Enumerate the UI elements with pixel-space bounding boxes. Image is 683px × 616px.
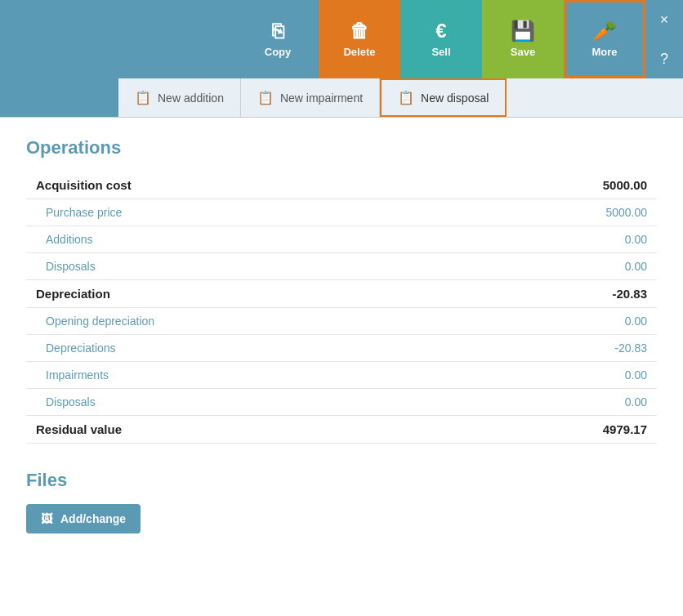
save-button[interactable]: 💾 Save (482, 0, 564, 78)
row-value: 0.00 (436, 253, 657, 280)
toolbar: ⎘ Copy 🗑 Delete € Sell 💾 Save 🥕 More × ? (0, 0, 683, 78)
more-label: More (591, 46, 617, 58)
row-label: Disposals (26, 389, 436, 416)
help-icon: ? (660, 51, 668, 68)
table-row: Depreciations-20.83 (26, 335, 657, 362)
close-icon: × (660, 11, 669, 29)
more-icon: 🥕 (592, 21, 617, 41)
sell-button[interactable]: € Sell (400, 0, 482, 78)
operations-table: Acquisition cost5000.00Purchase price500… (26, 172, 657, 444)
save-icon: 💾 (511, 21, 535, 41)
action-bar: 📋 New addition 📋 New impairment 📋 New di… (0, 78, 683, 118)
main-content: Operations Acquisition cost5000.00Purcha… (0, 118, 683, 553)
new-impairment-button[interactable]: 📋 New impairment (241, 78, 380, 117)
new-disposal-label: New disposal (421, 92, 489, 105)
row-label: Disposals (26, 253, 436, 280)
row-label: Depreciation (26, 280, 436, 308)
row-value: -20.83 (436, 335, 657, 362)
add-change-button[interactable]: 🖼 Add/change (26, 504, 141, 533)
row-label: Opening depreciation (26, 308, 436, 335)
delete-label: Delete (343, 46, 375, 58)
action-bar-spacer (0, 78, 118, 117)
row-label: Depreciations (26, 335, 436, 362)
table-row: Opening depreciation0.00 (26, 308, 657, 335)
table-row: Disposals0.00 (26, 389, 657, 416)
add-change-label: Add/change (60, 512, 126, 525)
close-button[interactable]: × (645, 0, 683, 39)
help-button[interactable]: ? (645, 39, 683, 78)
files-title: Files (26, 470, 657, 491)
row-value: 0.00 (436, 389, 657, 416)
more-button[interactable]: 🥕 More (564, 0, 645, 78)
row-label: Additions (26, 226, 436, 253)
row-value: -20.83 (436, 280, 657, 308)
operations-section: Operations Acquisition cost5000.00Purcha… (26, 137, 657, 444)
add-change-icon: 🖼 (41, 512, 52, 525)
delete-icon: 🗑 (350, 21, 369, 41)
row-label: Residual value (26, 416, 436, 444)
sell-label: Sell (431, 46, 450, 58)
row-value: 0.00 (436, 308, 657, 335)
table-row: Residual value4979.17 (26, 416, 657, 444)
table-row: Impairments0.00 (26, 362, 657, 389)
row-label: Impairments (26, 362, 436, 389)
row-label: Acquisition cost (26, 172, 436, 199)
copy-label: Copy (265, 46, 292, 58)
table-row: Additions0.00 (26, 226, 657, 253)
table-row: Purchase price5000.00 (26, 199, 657, 226)
toolbar-spacer (0, 0, 237, 78)
row-value: 5000.00 (436, 172, 657, 199)
new-addition-icon: 📋 (135, 90, 151, 105)
copy-icon: ⎘ (272, 21, 283, 41)
toolbar-side: × ? (645, 0, 683, 78)
row-label: Purchase price (26, 199, 436, 226)
new-impairment-icon: 📋 (257, 90, 274, 105)
delete-button[interactable]: 🗑 Delete (319, 0, 400, 78)
new-addition-label: New addition (158, 92, 224, 105)
table-row: Depreciation-20.83 (26, 280, 657, 308)
row-value: 4979.17 (436, 416, 657, 444)
copy-button[interactable]: ⎘ Copy (237, 0, 319, 78)
save-label: Save (511, 46, 535, 58)
row-value: 5000.00 (436, 199, 657, 226)
files-section: Files 🖼 Add/change (26, 470, 657, 533)
new-disposal-button[interactable]: 📋 New disposal (380, 78, 507, 117)
sell-icon: € (435, 21, 446, 41)
table-row: Acquisition cost5000.00 (26, 172, 657, 199)
operations-title: Operations (26, 137, 657, 158)
table-row: Disposals0.00 (26, 253, 657, 280)
new-addition-button[interactable]: 📋 New addition (118, 78, 241, 117)
row-value: 0.00 (436, 226, 657, 253)
new-impairment-label: New impairment (280, 92, 363, 105)
row-value: 0.00 (436, 362, 657, 389)
new-disposal-icon: 📋 (398, 90, 414, 105)
